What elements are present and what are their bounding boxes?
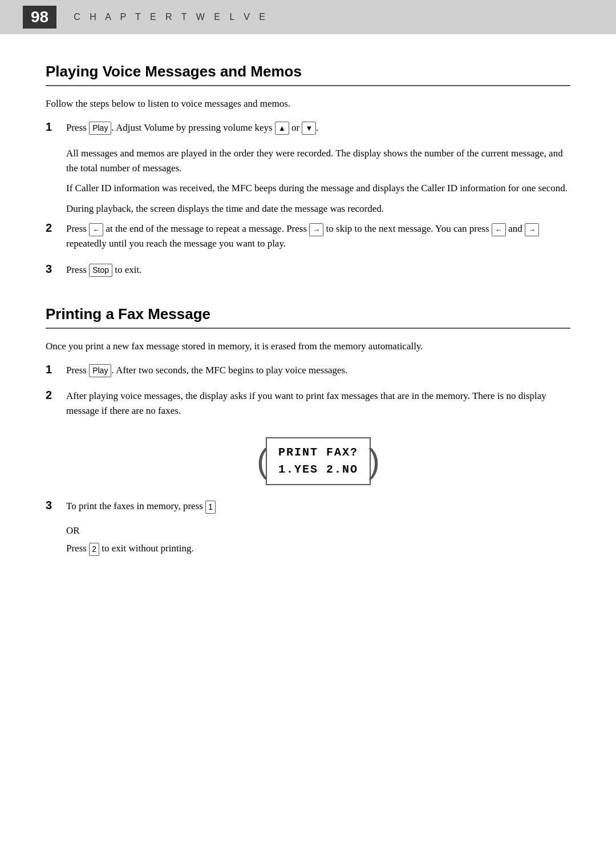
step-1-number: 1: [46, 120, 66, 134]
step-1-content: Press Play. Adjust Volume by pressing vo…: [66, 120, 570, 141]
right-arrow-key-1: →: [309, 223, 323, 237]
step-1-sub-2: If Caller ID information was received, t…: [66, 181, 570, 196]
fax-step-1-main: Press Play. After two seconds, the MFC b…: [66, 363, 570, 378]
fax-step-1-number: 1: [46, 363, 66, 376]
fax-step-3-sub: Press 2 to exit without printing.: [66, 541, 570, 556]
fax-step-2-content: After playing voice messages, the displa…: [66, 389, 570, 424]
section-printing-fax: Printing a Fax Message Once you print a …: [46, 305, 570, 555]
fax-step-3-main: To print the faxes in memory, press 1: [66, 499, 570, 514]
fax-step-1: 1 Press Play. After two seconds, the MFC…: [46, 363, 570, 384]
display-line-1: PRINT FAX?: [278, 444, 358, 461]
step-1-main: Press Play. Adjust Volume by pressing vo…: [66, 120, 570, 135]
step-1-sub: All messages and memos are played in the…: [66, 146, 570, 216]
chapter-title: C H A P T E R T W E L V E: [74, 12, 269, 22]
bracket-right: ): [368, 444, 380, 478]
page-content: Playing Voice Messages and Memos Follow …: [0, 34, 616, 596]
right-arrow-key-2: →: [525, 223, 539, 237]
display-screen: PRINT FAX? 1.YES 2.NO: [266, 437, 371, 485]
play-key: Play: [89, 122, 111, 135]
left-arrow-key-2: ←: [492, 223, 506, 237]
step-2-content: Press ← at the end of the message to rep…: [66, 221, 570, 256]
section2-divider: [46, 328, 570, 329]
or-label: OR: [66, 525, 570, 537]
down-arrow-key: ▼: [302, 122, 316, 135]
stop-key: Stop: [89, 264, 112, 277]
step-2: 2 Press ← at the end of the message to r…: [46, 221, 570, 256]
up-arrow-key: ▲: [275, 122, 289, 135]
step-2-main: Press ← at the end of the message to rep…: [66, 221, 570, 251]
fax-step-2-number: 2: [46, 389, 66, 402]
step-2-number: 2: [46, 221, 66, 235]
page: 98 C H A P T E R T W E L V E Playing Voi…: [0, 0, 616, 867]
header-bar: 98 C H A P T E R T W E L V E: [0, 0, 616, 34]
fax-step-3-sub-text: Press 2 to exit without printing.: [66, 541, 570, 556]
step-1-sub-1: All messages and memos are played in the…: [66, 146, 570, 175]
section-playing-voice: Playing Voice Messages and Memos Follow …: [46, 63, 570, 283]
step-1-sub-3: During playback, the screen displays the…: [66, 201, 570, 216]
display-box-wrapper: ( PRINT FAX? 1.YES 2.NO ): [66, 437, 570, 485]
step-3-content: Press Stop to exit.: [66, 263, 570, 283]
step-3: 3 Press Stop to exit.: [46, 263, 570, 283]
left-arrow-key-1: ←: [89, 223, 103, 237]
section2-intro: Once you print a new fax message stored …: [46, 339, 570, 354]
step-3-number: 3: [46, 263, 66, 276]
step-3-main: Press Stop to exit.: [66, 263, 570, 277]
key-1: 1: [205, 501, 216, 514]
fax-step-3-content: To print the faxes in memory, press 1: [66, 499, 570, 519]
key-2: 2: [89, 543, 99, 556]
step-1: 1 Press Play. Adjust Volume by pressing …: [46, 120, 570, 141]
fax-step-2-main: After playing voice messages, the displa…: [66, 389, 570, 418]
play-key-2: Play: [89, 364, 111, 377]
section1-divider: [46, 85, 570, 86]
display-line-2: 1.YES 2.NO: [278, 461, 358, 478]
fax-step-3: 3 To print the faxes in memory, press 1: [46, 499, 570, 519]
fax-step-3-number: 3: [46, 499, 66, 512]
section1-steps: 1 Press Play. Adjust Volume by pressing …: [46, 120, 570, 141]
section1-intro: Follow the steps below to listen to voic…: [46, 96, 570, 111]
fax-step-1-content: Press Play. After two seconds, the MFC b…: [66, 363, 570, 384]
page-number: 98: [23, 6, 56, 29]
fax-step-2: 2 After playing voice messages, the disp…: [46, 389, 570, 424]
section2-title: Printing a Fax Message: [46, 305, 570, 323]
section1-title: Playing Voice Messages and Memos: [46, 63, 570, 80]
